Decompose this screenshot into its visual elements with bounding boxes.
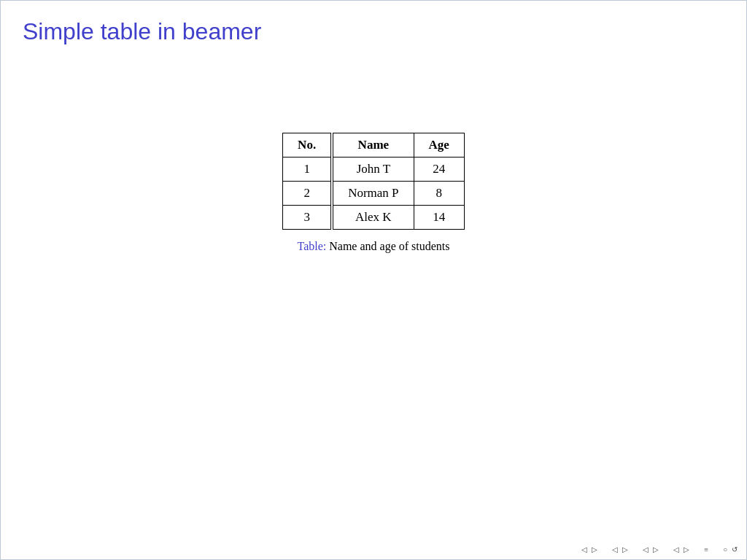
col-header-no: No. bbox=[283, 133, 333, 158]
col-header-age: Age bbox=[414, 133, 464, 158]
caption-label: Table: bbox=[297, 240, 326, 252]
data-table: No. Name Age 1John T242Norman P83Alex K1… bbox=[282, 133, 465, 230]
nav-prev-subsection[interactable]: ◁ bbox=[643, 545, 649, 553]
nav-next-section[interactable]: ▷ bbox=[622, 545, 628, 553]
table-header-row: No. Name Age bbox=[283, 133, 465, 158]
nav-next-frame[interactable]: ▷ bbox=[592, 545, 597, 553]
nav-prev-slide[interactable]: ◁ bbox=[673, 545, 679, 553]
nav-prev-section[interactable]: ◁ bbox=[612, 545, 618, 553]
nav-next-subsection[interactable]: ▷ bbox=[653, 545, 659, 553]
cell-r2-c1: Alex K bbox=[332, 206, 414, 230]
nav-next-slide[interactable]: ▷ bbox=[684, 545, 689, 553]
bottom-navigation: ◁ ▷ ◁ ▷ ◁ ▷ ◁ ▷ ≡ ○ ↺ bbox=[581, 545, 738, 553]
nav-refresh[interactable]: ↺ bbox=[732, 545, 738, 553]
nav-prev-frame[interactable]: ◁ bbox=[581, 545, 587, 553]
nav-circle[interactable]: ○ bbox=[723, 545, 727, 553]
cell-r1-c2: 8 bbox=[414, 182, 464, 206]
cell-r1-c1: Norman P bbox=[332, 182, 414, 206]
table-caption: Table: Name and age of students bbox=[297, 240, 449, 253]
slide-container: Simple table in beamer No. Name Age 1Joh… bbox=[1, 1, 746, 559]
table-row: 1John T24 bbox=[283, 158, 465, 182]
table-row: 3Alex K14 bbox=[283, 206, 465, 230]
cell-r0-c1: John T bbox=[332, 158, 414, 182]
cell-r2-c0: 3 bbox=[283, 206, 333, 230]
cell-r2-c2: 14 bbox=[414, 206, 464, 230]
nav-menu[interactable]: ≡ bbox=[704, 545, 708, 553]
cell-r1-c0: 2 bbox=[283, 182, 333, 206]
col-header-name: Name bbox=[332, 133, 414, 158]
cell-r0-c0: 1 bbox=[283, 158, 333, 182]
content-area: No. Name Age 1John T242Norman P83Alex K1… bbox=[23, 133, 724, 253]
slide-title: Simple table in beamer bbox=[23, 18, 724, 45]
caption-text: Name and age of students bbox=[326, 240, 449, 252]
table-row: 2Norman P8 bbox=[283, 182, 465, 206]
cell-r0-c2: 24 bbox=[414, 158, 464, 182]
